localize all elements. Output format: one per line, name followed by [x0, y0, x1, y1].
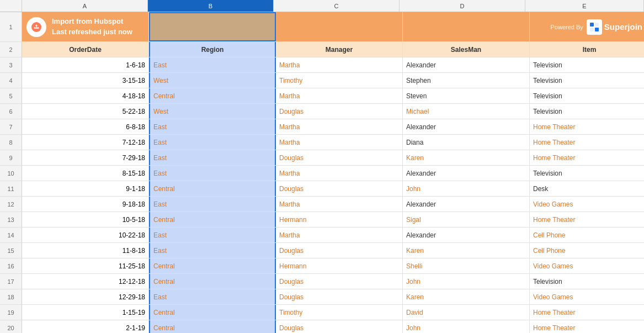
- cell-item[interactable]: Home Theater: [530, 212, 644, 227]
- cell-region[interactable]: Central: [149, 320, 276, 333]
- col-header-E[interactable]: E: [525, 0, 644, 12]
- cell-orderdate[interactable]: 9-18-18: [22, 197, 149, 212]
- cell-orderdate[interactable]: 10-22-18: [22, 228, 149, 242]
- cell-salesman[interactable]: Alexander: [403, 228, 530, 242]
- cell-item[interactable]: Television: [530, 104, 644, 119]
- cell-salesman[interactable]: Shelli: [403, 258, 530, 273]
- cell-item[interactable]: Home Theater: [530, 150, 644, 165]
- row-num-17[interactable]: 17: [0, 274, 22, 289]
- row-num-7[interactable]: 7: [0, 119, 22, 135]
- cell-orderdate[interactable]: 10-5-18: [22, 212, 149, 227]
- cell-manager[interactable]: Martha: [276, 88, 403, 103]
- cell-manager[interactable]: Douglas: [276, 243, 403, 258]
- cell-manager[interactable]: Douglas: [276, 104, 403, 119]
- row-num-1[interactable]: 1: [0, 12, 22, 42]
- cell-manager[interactable]: Martha: [276, 57, 403, 72]
- cell-salesman[interactable]: Diana: [403, 135, 530, 150]
- row-num-9[interactable]: 9: [0, 150, 22, 166]
- cell-manager[interactable]: Douglas: [276, 181, 403, 196]
- cell-orderdate[interactable]: 7-12-18: [22, 135, 149, 150]
- cell-item[interactable]: Cell Phone: [530, 243, 644, 258]
- cell-item[interactable]: Video Games: [530, 258, 644, 273]
- cell-item[interactable]: Video Games: [530, 197, 644, 212]
- col-header-D[interactable]: D: [400, 0, 525, 12]
- row-num-19[interactable]: 19: [0, 305, 22, 320]
- cell-item[interactable]: Television: [530, 57, 644, 72]
- cell-orderdate[interactable]: 11-25-18: [22, 258, 149, 273]
- cell-salesman[interactable]: John: [403, 320, 530, 333]
- cell-item[interactable]: Television: [530, 88, 644, 103]
- row-num-3[interactable]: 3: [0, 57, 22, 73]
- cell-region[interactable]: East: [149, 150, 276, 165]
- row-num-16[interactable]: 16: [0, 258, 22, 274]
- row-num-2[interactable]: 2: [0, 42, 22, 57]
- cell-orderdate[interactable]: 3-15-18: [22, 73, 149, 88]
- cell-manager[interactable]: Martha: [276, 166, 403, 181]
- cell-region[interactable]: East: [149, 135, 276, 150]
- col-header-A[interactable]: A: [22, 0, 148, 12]
- cell-region[interactable]: West: [149, 73, 276, 88]
- cell-region[interactable]: Central: [149, 258, 276, 273]
- cell-item[interactable]: Television: [530, 166, 644, 181]
- cell-region[interactable]: Central: [149, 88, 276, 103]
- cell-manager[interactable]: Hermann: [276, 212, 403, 227]
- cell-region[interactable]: Central: [149, 305, 276, 320]
- cell-region[interactable]: East: [149, 57, 276, 72]
- col-header-C[interactable]: C: [274, 0, 400, 12]
- cell-manager[interactable]: Hermann: [276, 258, 403, 273]
- cell-manager[interactable]: Douglas: [276, 150, 403, 165]
- cell-region[interactable]: East: [149, 289, 276, 304]
- cell-salesman[interactable]: John: [403, 274, 530, 289]
- row-num-12[interactable]: 12: [0, 197, 22, 212]
- cell-salesman[interactable]: Steven: [403, 88, 530, 103]
- cell-orderdate[interactable]: 12-12-18: [22, 274, 149, 289]
- cell-salesman[interactable]: Karen: [403, 289, 530, 304]
- cell-manager[interactable]: Douglas: [276, 289, 403, 304]
- cell-orderdate[interactable]: 5-22-18: [22, 104, 149, 119]
- cell-orderdate[interactable]: 8-15-18: [22, 166, 149, 181]
- col-header-B[interactable]: B: [148, 0, 274, 12]
- row-num-14[interactable]: 14: [0, 228, 22, 243]
- cell-region[interactable]: East: [149, 166, 276, 181]
- cell-region[interactable]: East: [149, 197, 276, 212]
- cell-item[interactable]: Video Games: [530, 289, 644, 304]
- cell-region[interactable]: East: [149, 243, 276, 258]
- cell-manager[interactable]: Timothy: [276, 305, 403, 320]
- cell-region[interactable]: East: [149, 119, 276, 134]
- cell-salesman[interactable]: Alexander: [403, 197, 530, 212]
- cell-item[interactable]: Desk: [530, 181, 644, 196]
- cell-salesman[interactable]: Alexander: [403, 57, 530, 72]
- cell-region[interactable]: Central: [149, 181, 276, 196]
- cell-salesman[interactable]: Karen: [403, 243, 530, 258]
- cell-orderdate[interactable]: 11-8-18: [22, 243, 149, 258]
- cell-orderdate[interactable]: 6-8-18: [22, 119, 149, 134]
- cell-orderdate[interactable]: 7-29-18: [22, 150, 149, 165]
- cell-manager[interactable]: Douglas: [276, 320, 403, 333]
- cell-item[interactable]: Home Theater: [530, 135, 644, 150]
- row-num-20[interactable]: 20: [0, 320, 22, 333]
- row-num-10[interactable]: 10: [0, 166, 22, 181]
- row-num-13[interactable]: 13: [0, 212, 22, 228]
- row-num-4[interactable]: 4: [0, 73, 22, 88]
- banner-b-cell[interactable]: [149, 12, 276, 41]
- cell-region[interactable]: West: [149, 104, 276, 119]
- cell-item[interactable]: Cell Phone: [530, 228, 644, 242]
- cell-salesman[interactable]: Karen: [403, 150, 530, 165]
- row-num-15[interactable]: 15: [0, 243, 22, 258]
- cell-orderdate[interactable]: 1-6-18: [22, 57, 149, 72]
- cell-salesman[interactable]: Alexander: [403, 119, 530, 134]
- cell-orderdate[interactable]: 1-15-19: [22, 305, 149, 320]
- cell-manager[interactable]: Martha: [276, 119, 403, 134]
- cell-region[interactable]: Central: [149, 212, 276, 227]
- cell-salesman[interactable]: Sigal: [403, 212, 530, 227]
- cell-salesman[interactable]: John: [403, 181, 530, 196]
- row-num-18[interactable]: 18: [0, 289, 22, 305]
- row-num-11[interactable]: 11: [0, 181, 22, 197]
- cell-manager[interactable]: Timothy: [276, 73, 403, 88]
- cell-manager[interactable]: Martha: [276, 135, 403, 150]
- cell-region[interactable]: East: [149, 228, 276, 242]
- cell-manager[interactable]: Martha: [276, 228, 403, 242]
- cell-region[interactable]: Central: [149, 274, 276, 289]
- cell-manager[interactable]: Martha: [276, 197, 403, 212]
- cell-item[interactable]: Television: [530, 274, 644, 289]
